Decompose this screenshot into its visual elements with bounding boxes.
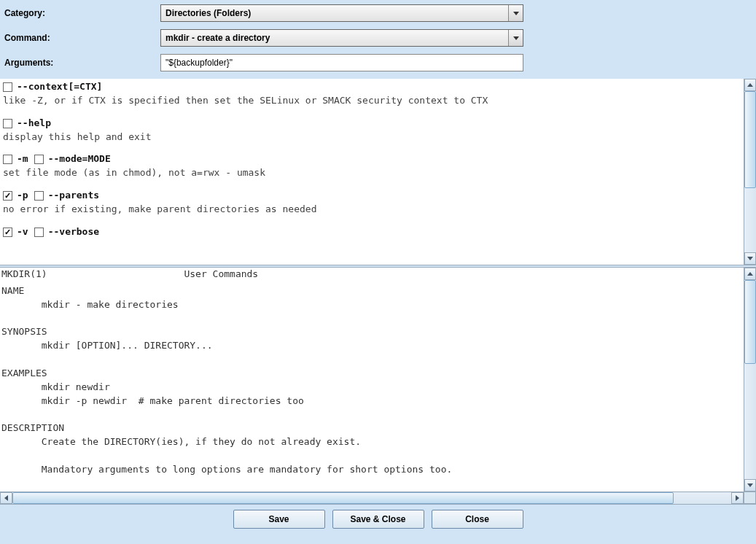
option-flags: --context[=CTX] <box>3 80 742 94</box>
option-checkbox[interactable] <box>34 228 44 237</box>
scroll-left-icon[interactable] <box>0 492 12 504</box>
man-scrollbar-v[interactable] <box>744 268 756 491</box>
option-flags: -m--mode=MODE <box>3 152 742 166</box>
scroll-thumb[interactable] <box>12 492 674 504</box>
arguments-input[interactable] <box>160 54 523 71</box>
option-description: no error if existing, make parent direct… <box>3 203 742 217</box>
command-label: Command: <box>3 33 160 43</box>
option-flags: --help <box>3 117 742 131</box>
man-body: NAME mkdir - make directories SYNOPSIS m… <box>1 284 744 491</box>
option-flag-label: --help <box>17 117 51 131</box>
option-flags: -p--parents <box>3 189 742 203</box>
scroll-corner <box>744 491 756 504</box>
option-group: -v--verbose <box>3 225 742 239</box>
option-flag-label: --context[=CTX] <box>17 80 102 94</box>
option-checkbox[interactable] <box>3 191 12 201</box>
save-close-button[interactable]: Save & Close <box>332 510 424 529</box>
category-value: Directories (Folders) <box>161 8 508 18</box>
option-checkbox[interactable] <box>34 191 44 201</box>
scroll-track[interactable] <box>744 280 756 479</box>
chevron-down-icon[interactable] <box>508 5 523 21</box>
scroll-right-icon[interactable] <box>731 492 744 504</box>
option-flags: -v--verbose <box>3 225 742 239</box>
option-description: like -Z, or if CTX is specified then set… <box>3 94 742 108</box>
option-group: --helpdisplay this help and exit <box>3 117 742 144</box>
option-group: -p--parentsno error if existing, make pa… <box>3 189 742 217</box>
man-header: MKDIR(1) User Commands <box>1 268 744 281</box>
option-flag-label: --parents <box>48 189 99 203</box>
option-flag-label: --mode=MODE <box>48 152 111 166</box>
save-button[interactable]: Save <box>233 510 325 529</box>
man-pane: MKDIR(1) User Commands NAME mkdir - make… <box>0 268 756 491</box>
chevron-down-icon[interactable] <box>508 30 523 46</box>
option-flag-label: -m <box>17 152 28 166</box>
option-checkbox[interactable] <box>3 82 12 92</box>
scroll-up-icon[interactable] <box>744 79 756 91</box>
arguments-label: Arguments: <box>3 58 160 68</box>
bottom-bar: Save Save & Close Close <box>0 504 756 533</box>
option-checkbox[interactable] <box>3 228 12 237</box>
command-value: mkdir - create a directory <box>161 33 508 43</box>
scroll-down-icon[interactable] <box>744 252 756 265</box>
scroll-track[interactable] <box>744 91 756 252</box>
option-group: --context[=CTX]like -Z, or if CTX is spe… <box>3 80 742 108</box>
option-checkbox[interactable] <box>34 155 44 164</box>
option-checkbox[interactable] <box>3 155 12 164</box>
scroll-thumb[interactable] <box>744 91 756 188</box>
scroll-up-icon[interactable] <box>744 268 756 280</box>
option-checkbox[interactable] <box>3 119 12 128</box>
option-flag-label: --verbose <box>48 225 99 239</box>
category-dropdown[interactable]: Directories (Folders) <box>160 4 523 22</box>
option-flag-label: -p <box>17 189 28 203</box>
option-group: -m--mode=MODEset file mode (as in chmod)… <box>3 152 742 180</box>
scroll-track[interactable] <box>12 492 731 504</box>
man-scrollbar-h[interactable] <box>0 491 744 504</box>
options-scrollbar[interactable] <box>744 79 756 265</box>
scroll-down-icon[interactable] <box>744 479 756 491</box>
command-dropdown[interactable]: mkdir - create a directory <box>160 29 523 47</box>
option-description: set file mode (as in chmod), not a=rwx -… <box>3 166 742 180</box>
option-description: display this help and exit <box>3 131 742 144</box>
scroll-thumb[interactable] <box>744 280 756 364</box>
options-pane: --context[=CTX]like -Z, or if CTX is spe… <box>0 79 756 265</box>
option-flag-label: -v <box>17 225 28 239</box>
top-panel: Category: Directories (Folders) Command:… <box>0 0 756 79</box>
category-label: Category: <box>3 8 160 18</box>
close-button[interactable]: Close <box>432 510 523 529</box>
